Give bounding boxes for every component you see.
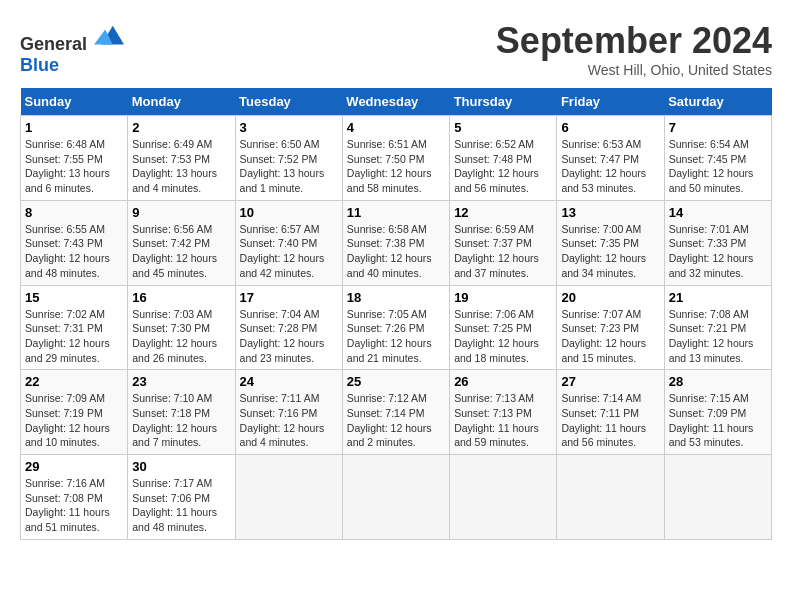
calendar-week-4: 22 Sunrise: 7:09 AMSunset: 7:19 PMDaylig…: [21, 370, 772, 455]
calendar-cell-empty: [342, 455, 449, 540]
calendar-table: Sunday Monday Tuesday Wednesday Thursday…: [20, 88, 772, 540]
day-info: Sunrise: 6:52 AMSunset: 7:48 PMDaylight:…: [454, 138, 539, 194]
day-number: 2: [132, 120, 230, 135]
calendar-cell-3: 3 Sunrise: 6:50 AMSunset: 7:52 PMDayligh…: [235, 116, 342, 201]
calendar-cell-9: 9 Sunrise: 6:56 AMSunset: 7:42 PMDayligh…: [128, 200, 235, 285]
day-info: Sunrise: 7:00 AMSunset: 7:35 PMDaylight:…: [561, 223, 646, 279]
calendar-cell-22: 22 Sunrise: 7:09 AMSunset: 7:19 PMDaylig…: [21, 370, 128, 455]
calendar-cell-5: 5 Sunrise: 6:52 AMSunset: 7:48 PMDayligh…: [450, 116, 557, 201]
calendar-cell-empty: [557, 455, 664, 540]
day-number: 1: [25, 120, 123, 135]
day-info: Sunrise: 6:58 AMSunset: 7:38 PMDaylight:…: [347, 223, 432, 279]
day-info: Sunrise: 7:13 AMSunset: 7:13 PMDaylight:…: [454, 392, 539, 448]
calendar-week-5: 29 Sunrise: 7:16 AMSunset: 7:08 PMDaylig…: [21, 455, 772, 540]
day-info: Sunrise: 7:05 AMSunset: 7:26 PMDaylight:…: [347, 308, 432, 364]
calendar-cell-21: 21 Sunrise: 7:08 AMSunset: 7:21 PMDaylig…: [664, 285, 771, 370]
calendar-cell-23: 23 Sunrise: 7:10 AMSunset: 7:18 PMDaylig…: [128, 370, 235, 455]
day-number: 27: [561, 374, 659, 389]
calendar-cell-24: 24 Sunrise: 7:11 AMSunset: 7:16 PMDaylig…: [235, 370, 342, 455]
day-number: 26: [454, 374, 552, 389]
day-number: 28: [669, 374, 767, 389]
day-info: Sunrise: 6:53 AMSunset: 7:47 PMDaylight:…: [561, 138, 646, 194]
day-info: Sunrise: 6:50 AMSunset: 7:52 PMDaylight:…: [240, 138, 325, 194]
day-info: Sunrise: 7:03 AMSunset: 7:30 PMDaylight:…: [132, 308, 217, 364]
day-info: Sunrise: 7:12 AMSunset: 7:14 PMDaylight:…: [347, 392, 432, 448]
day-info: Sunrise: 7:04 AMSunset: 7:28 PMDaylight:…: [240, 308, 325, 364]
calendar-cell-12: 12 Sunrise: 6:59 AMSunset: 7:37 PMDaylig…: [450, 200, 557, 285]
day-info: Sunrise: 7:06 AMSunset: 7:25 PMDaylight:…: [454, 308, 539, 364]
day-number: 18: [347, 290, 445, 305]
logo-general: General: [20, 34, 87, 54]
calendar-cell-17: 17 Sunrise: 7:04 AMSunset: 7:28 PMDaylig…: [235, 285, 342, 370]
calendar-cell-25: 25 Sunrise: 7:12 AMSunset: 7:14 PMDaylig…: [342, 370, 449, 455]
day-info: Sunrise: 7:16 AMSunset: 7:08 PMDaylight:…: [25, 477, 110, 533]
calendar-cell-20: 20 Sunrise: 7:07 AMSunset: 7:23 PMDaylig…: [557, 285, 664, 370]
day-info: Sunrise: 6:56 AMSunset: 7:42 PMDaylight:…: [132, 223, 217, 279]
day-info: Sunrise: 7:17 AMSunset: 7:06 PMDaylight:…: [132, 477, 217, 533]
day-info: Sunrise: 6:54 AMSunset: 7:45 PMDaylight:…: [669, 138, 754, 194]
day-number: 7: [669, 120, 767, 135]
calendar-cell-15: 15 Sunrise: 7:02 AMSunset: 7:31 PMDaylig…: [21, 285, 128, 370]
calendar-cell-30: 30 Sunrise: 7:17 AMSunset: 7:06 PMDaylig…: [128, 455, 235, 540]
calendar-cell-empty: [235, 455, 342, 540]
day-number: 14: [669, 205, 767, 220]
header-sunday: Sunday: [21, 88, 128, 116]
calendar-cell-14: 14 Sunrise: 7:01 AMSunset: 7:33 PMDaylig…: [664, 200, 771, 285]
day-number: 25: [347, 374, 445, 389]
calendar-cell-18: 18 Sunrise: 7:05 AMSunset: 7:26 PMDaylig…: [342, 285, 449, 370]
day-number: 3: [240, 120, 338, 135]
day-number: 16: [132, 290, 230, 305]
calendar-cell-13: 13 Sunrise: 7:00 AMSunset: 7:35 PMDaylig…: [557, 200, 664, 285]
day-number: 22: [25, 374, 123, 389]
calendar-cell-8: 8 Sunrise: 6:55 AMSunset: 7:43 PMDayligh…: [21, 200, 128, 285]
logo-icon: [94, 20, 124, 50]
calendar-cell-1: 1 Sunrise: 6:48 AMSunset: 7:55 PMDayligh…: [21, 116, 128, 201]
calendar-cell-10: 10 Sunrise: 6:57 AMSunset: 7:40 PMDaylig…: [235, 200, 342, 285]
day-number: 12: [454, 205, 552, 220]
header-saturday: Saturday: [664, 88, 771, 116]
day-number: 5: [454, 120, 552, 135]
day-info: Sunrise: 7:15 AMSunset: 7:09 PMDaylight:…: [669, 392, 754, 448]
header-monday: Monday: [128, 88, 235, 116]
day-number: 24: [240, 374, 338, 389]
calendar-cell-4: 4 Sunrise: 6:51 AMSunset: 7:50 PMDayligh…: [342, 116, 449, 201]
header-friday: Friday: [557, 88, 664, 116]
calendar-cell-19: 19 Sunrise: 7:06 AMSunset: 7:25 PMDaylig…: [450, 285, 557, 370]
day-number: 19: [454, 290, 552, 305]
day-info: Sunrise: 6:51 AMSunset: 7:50 PMDaylight:…: [347, 138, 432, 194]
day-info: Sunrise: 6:59 AMSunset: 7:37 PMDaylight:…: [454, 223, 539, 279]
day-number: 21: [669, 290, 767, 305]
day-info: Sunrise: 7:02 AMSunset: 7:31 PMDaylight:…: [25, 308, 110, 364]
calendar-cell-7: 7 Sunrise: 6:54 AMSunset: 7:45 PMDayligh…: [664, 116, 771, 201]
title-block: September 2024 West Hill, Ohio, United S…: [496, 20, 772, 78]
calendar-week-1: 1 Sunrise: 6:48 AMSunset: 7:55 PMDayligh…: [21, 116, 772, 201]
calendar-subtitle: West Hill, Ohio, United States: [496, 62, 772, 78]
calendar-cell-16: 16 Sunrise: 7:03 AMSunset: 7:30 PMDaylig…: [128, 285, 235, 370]
day-number: 23: [132, 374, 230, 389]
day-info: Sunrise: 7:07 AMSunset: 7:23 PMDaylight:…: [561, 308, 646, 364]
day-number: 13: [561, 205, 659, 220]
day-info: Sunrise: 6:49 AMSunset: 7:53 PMDaylight:…: [132, 138, 217, 194]
header-thursday: Thursday: [450, 88, 557, 116]
day-info: Sunrise: 6:57 AMSunset: 7:40 PMDaylight:…: [240, 223, 325, 279]
day-info: Sunrise: 7:01 AMSunset: 7:33 PMDaylight:…: [669, 223, 754, 279]
page-header: General Blue September 2024 West Hill, O…: [20, 20, 772, 78]
day-info: Sunrise: 6:55 AMSunset: 7:43 PMDaylight:…: [25, 223, 110, 279]
header-wednesday: Wednesday: [342, 88, 449, 116]
calendar-week-3: 15 Sunrise: 7:02 AMSunset: 7:31 PMDaylig…: [21, 285, 772, 370]
calendar-title: September 2024: [496, 20, 772, 62]
day-info: Sunrise: 6:48 AMSunset: 7:55 PMDaylight:…: [25, 138, 110, 194]
calendar-cell-27: 27 Sunrise: 7:14 AMSunset: 7:11 PMDaylig…: [557, 370, 664, 455]
day-info: Sunrise: 7:09 AMSunset: 7:19 PMDaylight:…: [25, 392, 110, 448]
day-number: 8: [25, 205, 123, 220]
day-info: Sunrise: 7:10 AMSunset: 7:18 PMDaylight:…: [132, 392, 217, 448]
header-tuesday: Tuesday: [235, 88, 342, 116]
calendar-header-row: Sunday Monday Tuesday Wednesday Thursday…: [21, 88, 772, 116]
calendar-cell-29: 29 Sunrise: 7:16 AMSunset: 7:08 PMDaylig…: [21, 455, 128, 540]
calendar-cell-2: 2 Sunrise: 6:49 AMSunset: 7:53 PMDayligh…: [128, 116, 235, 201]
day-number: 4: [347, 120, 445, 135]
calendar-cell-11: 11 Sunrise: 6:58 AMSunset: 7:38 PMDaylig…: [342, 200, 449, 285]
day-info: Sunrise: 7:11 AMSunset: 7:16 PMDaylight:…: [240, 392, 325, 448]
calendar-cell-empty: [664, 455, 771, 540]
day-info: Sunrise: 7:14 AMSunset: 7:11 PMDaylight:…: [561, 392, 646, 448]
